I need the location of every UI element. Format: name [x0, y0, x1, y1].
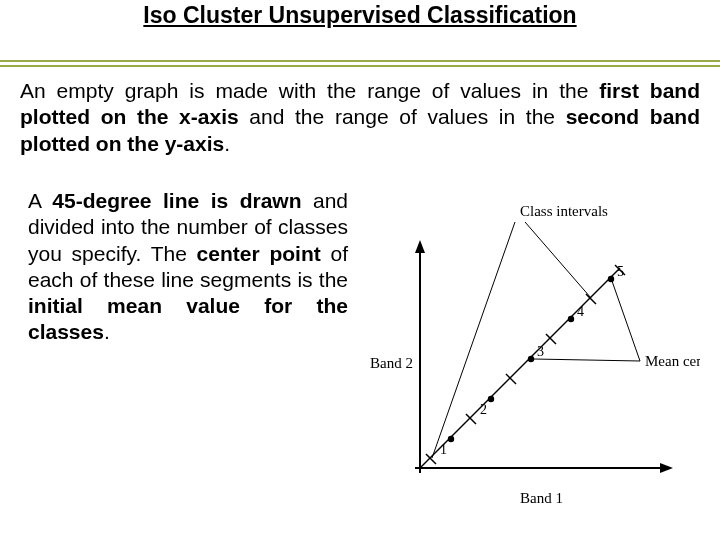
label-band1: Band 1: [520, 490, 563, 506]
svg-line-17: [525, 222, 591, 298]
svg-point-11: [448, 436, 454, 442]
slide: Iso Cluster Unsupervised Classification …: [0, 0, 720, 540]
paragraph-1: An empty graph is made with the range of…: [20, 78, 700, 157]
class-number: 2: [480, 402, 487, 417]
svg-line-7: [506, 374, 516, 384]
text-run: and the range of values in the: [239, 105, 566, 128]
diagram-svg: 1 2 3 4 5 Class intervals Mean centers B…: [370, 198, 700, 518]
svg-point-14: [568, 316, 574, 322]
paragraph-2: A 45-degree line is drawn and divided in…: [28, 188, 348, 346]
svg-line-6: [466, 414, 476, 424]
divider-group: [0, 60, 720, 67]
svg-line-5: [426, 454, 436, 464]
svg-line-8: [546, 334, 556, 344]
svg-marker-1: [415, 240, 425, 253]
svg-line-16: [432, 222, 515, 458]
svg-point-12: [488, 396, 494, 402]
text-run: .: [104, 320, 110, 343]
class-number: 3: [537, 344, 544, 359]
svg-line-9: [586, 294, 596, 304]
text-run: A: [28, 189, 52, 212]
class-number: 5: [617, 264, 624, 279]
svg-line-18: [534, 359, 640, 361]
label-class-intervals: Class intervals: [520, 203, 608, 219]
svg-point-15: [608, 276, 614, 282]
bold-run: center point: [197, 242, 321, 265]
slide-title: Iso Cluster Unsupervised Classification: [143, 2, 576, 28]
svg-marker-3: [660, 463, 673, 473]
bold-run: 45-degree line is drawn: [52, 189, 301, 212]
label-band2: Band 2: [370, 355, 413, 371]
class-number: 4: [577, 304, 584, 319]
label-mean-centers: Mean centers: [645, 353, 700, 369]
text-run: .: [224, 132, 230, 155]
divider-line: [0, 60, 720, 62]
title-area: Iso Cluster Unsupervised Classification: [0, 0, 720, 28]
bold-run: initial mean value for the classes: [28, 294, 348, 343]
divider-line: [0, 65, 720, 67]
class-number: 1: [440, 442, 447, 457]
diagram: 1 2 3 4 5 Class intervals Mean centers B…: [370, 198, 700, 518]
text-run: An empty graph is made with the range of…: [20, 79, 599, 102]
svg-line-19: [612, 281, 640, 361]
svg-point-13: [528, 356, 534, 362]
